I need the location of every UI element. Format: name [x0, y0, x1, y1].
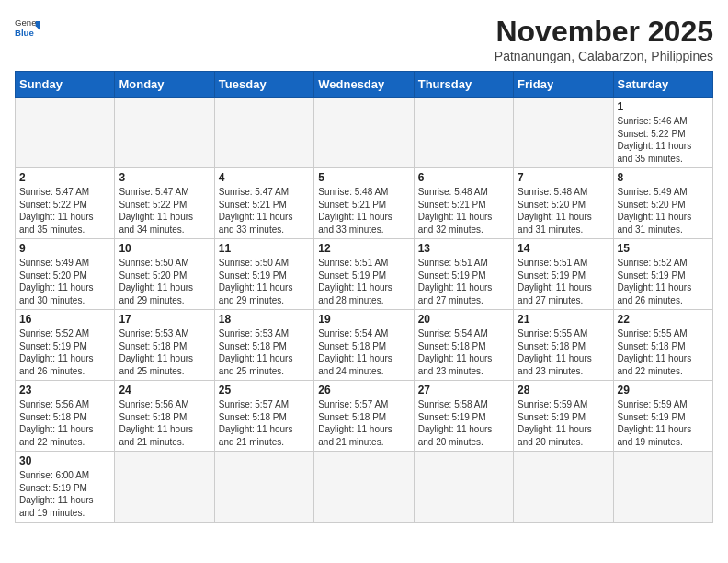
calendar-cell: 12Sunrise: 5:51 AM Sunset: 5:19 PM Dayli… [314, 239, 414, 310]
calendar-cell [16, 98, 115, 168]
calendar-cell: 2Sunrise: 5:47 AM Sunset: 5:22 PM Daylig… [16, 168, 115, 239]
calendar-cell: 18Sunrise: 5:53 AM Sunset: 5:18 PM Dayli… [214, 310, 313, 381]
calendar-cell: 10Sunrise: 5:50 AM Sunset: 5:20 PM Dayli… [115, 239, 214, 310]
day-number: 19 [318, 313, 409, 326]
day-number: 18 [219, 313, 310, 326]
weekday-header-saturday: Saturday [613, 72, 712, 98]
cell-content: Sunrise: 5:52 AM Sunset: 5:19 PM Dayligh… [618, 257, 709, 306]
weekday-header-row: SundayMondayTuesdayWednesdayThursdayFrid… [16, 72, 713, 98]
calendar-cell: 6Sunrise: 5:48 AM Sunset: 5:21 PM Daylig… [414, 168, 513, 239]
calendar-cell [314, 98, 414, 168]
logo: General Blue [15, 15, 40, 40]
calendar-cell: 17Sunrise: 5:53 AM Sunset: 5:18 PM Dayli… [115, 310, 214, 381]
day-number: 5 [318, 171, 409, 184]
day-number: 7 [518, 171, 609, 184]
calendar-cell: 11Sunrise: 5:50 AM Sunset: 5:19 PM Dayli… [214, 239, 313, 310]
day-number: 24 [119, 384, 210, 396]
cell-content: Sunrise: 5:55 AM Sunset: 5:18 PM Dayligh… [518, 327, 609, 377]
day-number: 25 [219, 384, 310, 396]
calendar-cell: 21Sunrise: 5:55 AM Sunset: 5:18 PM Dayli… [514, 310, 613, 381]
day-number: 30 [19, 454, 110, 467]
calendar-cell [115, 98, 214, 168]
cell-content: Sunrise: 5:50 AM Sunset: 5:19 PM Dayligh… [219, 257, 310, 306]
cell-content: Sunrise: 5:50 AM Sunset: 5:20 PM Dayligh… [119, 257, 210, 306]
calendar-cell [214, 452, 313, 523]
calendar-cell: 7Sunrise: 5:48 AM Sunset: 5:20 PM Daylig… [514, 168, 613, 239]
weekday-header-sunday: Sunday [16, 72, 115, 98]
weekday-header-friday: Friday [514, 72, 613, 98]
day-number: 4 [219, 171, 310, 184]
day-number: 3 [119, 171, 210, 184]
day-number: 20 [418, 313, 509, 326]
calendar-cell: 20Sunrise: 5:54 AM Sunset: 5:18 PM Dayli… [414, 310, 513, 381]
cell-content: Sunrise: 5:57 AM Sunset: 5:18 PM Dayligh… [219, 398, 310, 448]
calendar-cell: 26Sunrise: 5:57 AM Sunset: 5:18 PM Dayli… [314, 381, 414, 452]
day-number: 16 [19, 313, 110, 326]
cell-content: Sunrise: 5:59 AM Sunset: 5:19 PM Dayligh… [518, 398, 609, 448]
day-number: 10 [119, 242, 210, 255]
calendar-cell [613, 452, 712, 523]
day-number: 9 [19, 242, 110, 255]
day-number: 21 [518, 313, 609, 326]
calendar-cell: 5Sunrise: 5:48 AM Sunset: 5:21 PM Daylig… [314, 168, 414, 239]
calendar-cell: 29Sunrise: 5:59 AM Sunset: 5:19 PM Dayli… [613, 381, 712, 452]
calendar-cell: 22Sunrise: 5:55 AM Sunset: 5:18 PM Dayli… [613, 310, 712, 381]
cell-content: Sunrise: 5:48 AM Sunset: 5:21 PM Dayligh… [318, 186, 409, 236]
calendar-cell: 8Sunrise: 5:49 AM Sunset: 5:20 PM Daylig… [613, 168, 712, 239]
svg-text:Blue: Blue [15, 28, 34, 38]
cell-content: Sunrise: 5:55 AM Sunset: 5:18 PM Dayligh… [618, 327, 709, 377]
calendar-cell: 24Sunrise: 5:56 AM Sunset: 5:18 PM Dayli… [115, 381, 214, 452]
calendar-cell: 9Sunrise: 5:49 AM Sunset: 5:20 PM Daylig… [16, 239, 115, 310]
weekday-header-monday: Monday [115, 72, 214, 98]
title-section: November 2025 Patnanungan, Calabarzon, P… [495, 15, 713, 63]
calendar-cell: 27Sunrise: 5:58 AM Sunset: 5:19 PM Dayli… [414, 381, 513, 452]
cell-content: Sunrise: 5:48 AM Sunset: 5:21 PM Dayligh… [418, 186, 509, 236]
day-number: 17 [119, 313, 210, 326]
day-number: 23 [19, 384, 110, 396]
calendar-table: SundayMondayTuesdayWednesdayThursdayFrid… [15, 71, 713, 523]
calendar-cell [115, 452, 214, 523]
calendar-cell [514, 452, 613, 523]
cell-content: Sunrise: 5:51 AM Sunset: 5:19 PM Dayligh… [318, 257, 409, 306]
cell-content: Sunrise: 5:54 AM Sunset: 5:18 PM Dayligh… [418, 327, 509, 377]
calendar-week-5: 30Sunrise: 6:00 AM Sunset: 5:19 PM Dayli… [16, 452, 713, 523]
day-number: 11 [219, 242, 310, 255]
cell-content: Sunrise: 5:49 AM Sunset: 5:20 PM Dayligh… [618, 186, 709, 236]
cell-content: Sunrise: 5:51 AM Sunset: 5:19 PM Dayligh… [418, 257, 509, 306]
cell-content: Sunrise: 5:49 AM Sunset: 5:20 PM Dayligh… [19, 257, 110, 306]
month-title: November 2025 [495, 15, 713, 49]
calendar-cell: 15Sunrise: 5:52 AM Sunset: 5:19 PM Dayli… [613, 239, 712, 310]
calendar-cell: 19Sunrise: 5:54 AM Sunset: 5:18 PM Dayli… [314, 310, 414, 381]
calendar-cell: 28Sunrise: 5:59 AM Sunset: 5:19 PM Dayli… [514, 381, 613, 452]
day-number: 14 [518, 242, 609, 255]
calendar-week-4: 23Sunrise: 5:56 AM Sunset: 5:18 PM Dayli… [16, 381, 713, 452]
calendar-cell: 1Sunrise: 5:46 AM Sunset: 5:22 PM Daylig… [613, 98, 712, 168]
calendar-cell [214, 98, 313, 168]
day-number: 12 [318, 242, 409, 255]
calendar-week-2: 9Sunrise: 5:49 AM Sunset: 5:20 PM Daylig… [16, 239, 713, 310]
weekday-header-thursday: Thursday [414, 72, 513, 98]
calendar-week-0: 1Sunrise: 5:46 AM Sunset: 5:22 PM Daylig… [16, 98, 713, 168]
cell-content: Sunrise: 5:52 AM Sunset: 5:19 PM Dayligh… [19, 327, 110, 377]
cell-content: Sunrise: 5:56 AM Sunset: 5:18 PM Dayligh… [119, 398, 210, 448]
cell-content: Sunrise: 5:47 AM Sunset: 5:21 PM Dayligh… [219, 186, 310, 236]
day-number: 27 [418, 384, 509, 396]
day-number: 15 [618, 242, 709, 255]
calendar-cell: 3Sunrise: 5:47 AM Sunset: 5:22 PM Daylig… [115, 168, 214, 239]
day-number: 2 [19, 171, 110, 184]
logo-icon: General Blue [15, 15, 40, 40]
day-number: 1 [618, 100, 709, 113]
cell-content: Sunrise: 5:51 AM Sunset: 5:19 PM Dayligh… [518, 257, 609, 306]
cell-content: Sunrise: 5:56 AM Sunset: 5:18 PM Dayligh… [19, 398, 110, 448]
day-number: 13 [418, 242, 509, 255]
cell-content: Sunrise: 5:48 AM Sunset: 5:20 PM Dayligh… [518, 186, 609, 236]
day-number: 22 [618, 313, 709, 326]
calendar-cell: 30Sunrise: 6:00 AM Sunset: 5:19 PM Dayli… [16, 452, 115, 523]
calendar-cell [414, 98, 513, 168]
calendar-cell: 16Sunrise: 5:52 AM Sunset: 5:19 PM Dayli… [16, 310, 115, 381]
calendar-cell [314, 452, 414, 523]
day-number: 29 [618, 384, 709, 396]
weekday-header-wednesday: Wednesday [314, 72, 414, 98]
day-number: 28 [518, 384, 609, 396]
calendar-week-1: 2Sunrise: 5:47 AM Sunset: 5:22 PM Daylig… [16, 168, 713, 239]
